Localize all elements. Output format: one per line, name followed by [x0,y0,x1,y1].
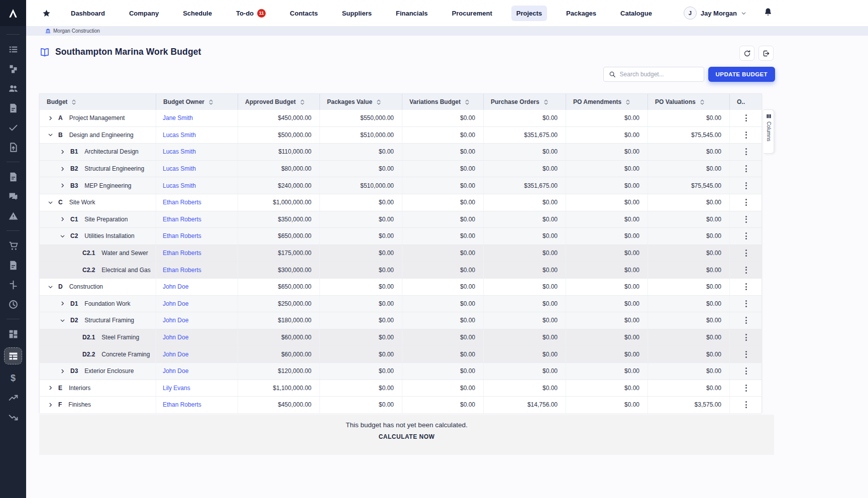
table-row-D1[interactable]: D1Foundation WorkJohn Doe$250,000.00$0.0… [40,296,762,313]
nav-item-procurement[interactable]: Procurement [447,6,497,21]
row-menu-kebab-icon[interactable] [743,247,749,259]
row-menu-kebab-icon[interactable] [743,281,749,292]
column-header-po-amendments[interactable]: PO Amendments [566,94,648,110]
sidebar-list-icon[interactable] [5,43,22,55]
row-menu-kebab-icon[interactable] [743,112,749,123]
sidebar-trend-down-icon[interactable] [5,411,22,423]
expand-chevron-icon[interactable] [60,149,66,155]
sort-icon[interactable] [700,99,705,105]
budget-owner-link[interactable]: John Doe [163,334,188,341]
expand-chevron-icon[interactable] [48,385,54,391]
search-input[interactable] [620,71,699,78]
nav-item-packages[interactable]: Packages [561,6,601,21]
sidebar-dollar-icon[interactable]: $ [5,372,22,384]
budget-owner-link[interactable]: John Doe [163,317,188,324]
user-menu[interactable]: J Jay Morgan [684,7,746,20]
row-menu-kebab-icon[interactable] [743,383,749,394]
collapse-chevron-icon[interactable] [60,233,66,239]
column-header-purchase-orders[interactable]: Purchase Orders [484,94,566,110]
table-row-C1[interactable]: C1Site PreparationEthan Roberts$350,000.… [40,211,762,228]
budget-owner-link[interactable]: Ethan Roberts [163,199,201,206]
collapse-chevron-icon[interactable] [60,318,66,323]
budget-owner-link[interactable]: John Doe [163,367,188,375]
table-row-C[interactable]: CSite WorkEthan Roberts$1,000,000.00$0.0… [40,194,762,211]
sidebar-trend-up-icon[interactable] [5,392,22,404]
expand-chevron-icon[interactable] [60,301,66,306]
row-menu-kebab-icon[interactable] [743,163,749,174]
nav-item-projects[interactable]: Projects [511,6,547,21]
row-menu-kebab-icon[interactable] [743,197,749,208]
budget-owner-link[interactable]: John Doe [163,283,188,290]
budget-owner-link[interactable]: Lucas Smith [163,182,196,189]
budget-owner-link[interactable]: Jane Smith [163,114,193,121]
collapse-chevron-icon[interactable] [48,200,54,205]
sidebar-document-icon[interactable] [5,259,22,271]
breadcrumb[interactable]: Morgan Construction [53,28,100,34]
sort-icon[interactable] [544,99,549,105]
sort-icon[interactable] [625,99,630,105]
update-budget-button[interactable]: UPDATE BUDGET [708,67,775,82]
column-header-budget[interactable]: Budget [40,94,156,110]
nav-item-financials[interactable]: Financials [391,6,433,21]
sidebar-tune-icon[interactable] [5,279,22,291]
nav-item-suppliers[interactable]: Suppliers [337,6,377,21]
nav-item-dashboard[interactable]: Dashboard [66,6,110,21]
table-row-D2.2[interactable]: D2.2Concrete FramingJohn Doe$60,000.00$0… [40,346,762,363]
sidebar-document-icon[interactable] [5,171,22,183]
nav-item-contacts[interactable]: Contacts [285,6,323,21]
collapse-chevron-icon[interactable] [48,132,54,138]
table-row-D3[interactable]: D3Exterior EnclosureJohn Doe$120,000.00$… [40,363,762,380]
row-menu-kebab-icon[interactable] [743,399,749,410]
nav-item-to-do[interactable]: To-do11 [231,5,271,22]
sidebar-clock-icon[interactable] [5,298,22,310]
table-row-E[interactable]: EInteriorsLily Evans$1,100,000.00$0.00$0… [40,380,762,397]
budget-owner-link[interactable]: John Doe [163,300,188,307]
column-header-variations-budget[interactable]: Variations Budget [402,94,484,110]
budget-owner-link[interactable]: Lucas Smith [163,132,196,139]
favorites-star-icon[interactable] [42,9,51,18]
nav-item-company[interactable]: Company [124,6,164,21]
sidebar-chat-icon[interactable] [5,190,22,202]
sidebar-warning-icon[interactable] [5,210,22,222]
expand-chevron-icon[interactable] [60,183,66,188]
expand-chevron-icon[interactable] [60,216,66,222]
budget-owner-link[interactable]: Ethan Roberts [163,401,201,408]
row-menu-kebab-icon[interactable] [743,332,749,343]
sidebar-cart-icon[interactable] [5,239,22,252]
nav-item-schedule[interactable]: Schedule [178,6,217,21]
budget-owner-link[interactable]: Ethan Roberts [163,216,201,223]
sort-icon[interactable] [208,99,213,105]
table-row-D2.1[interactable]: D2.1Steel FramingJohn Doe$60,000.00$0.00… [40,329,762,346]
sidebar-file-upload-icon[interactable] [5,141,22,153]
budget-owner-link[interactable]: John Doe [163,351,188,358]
budget-owner-link[interactable]: Lily Evans [163,385,190,392]
expand-chevron-icon[interactable] [48,402,54,408]
sidebar-users-icon[interactable] [5,82,22,94]
columns-panel-toggle[interactable]: Columns [764,109,774,154]
sidebar-check-icon[interactable] [5,121,22,134]
sort-icon[interactable] [465,99,470,105]
expand-chevron-icon[interactable] [48,115,54,121]
sort-icon[interactable] [376,99,381,105]
sort-icon[interactable] [71,99,76,105]
table-row-B1[interactable]: B1Architectural DesignLucas Smith$110,00… [40,144,762,161]
row-menu-kebab-icon[interactable] [743,130,749,141]
table-row-F[interactable]: FFinishesEthan Roberts$450,000.00$0.00$0… [40,397,762,413]
column-header-approved-budget[interactable]: Approved Budget [238,94,320,110]
export-button[interactable] [758,46,774,61]
refresh-button[interactable] [739,46,754,61]
sort-icon[interactable] [300,99,305,105]
column-header-packages-value[interactable]: Packages Value [320,94,402,110]
table-row-B[interactable]: BDesign and EngineeringLucas Smith$500,0… [40,127,762,144]
budget-owner-link[interactable]: Ethan Roberts [163,250,201,257]
notifications-bell-icon[interactable] [764,8,773,19]
column-header-po-valuations[interactable]: PO Valuations [648,94,730,110]
row-menu-kebab-icon[interactable] [743,230,749,241]
table-row-C2.1[interactable]: C2.1Water and SewerEthan Roberts$175,000… [40,245,762,262]
sidebar-table-icon[interactable] [4,347,22,364]
sidebar-hierarchy-icon[interactable] [5,63,22,75]
collapse-chevron-icon[interactable] [48,284,54,290]
row-menu-kebab-icon[interactable] [743,349,749,360]
table-row-D2[interactable]: D2Structural FramingJohn Doe$180,000.00$… [40,312,762,329]
row-menu-kebab-icon[interactable] [743,365,749,377]
